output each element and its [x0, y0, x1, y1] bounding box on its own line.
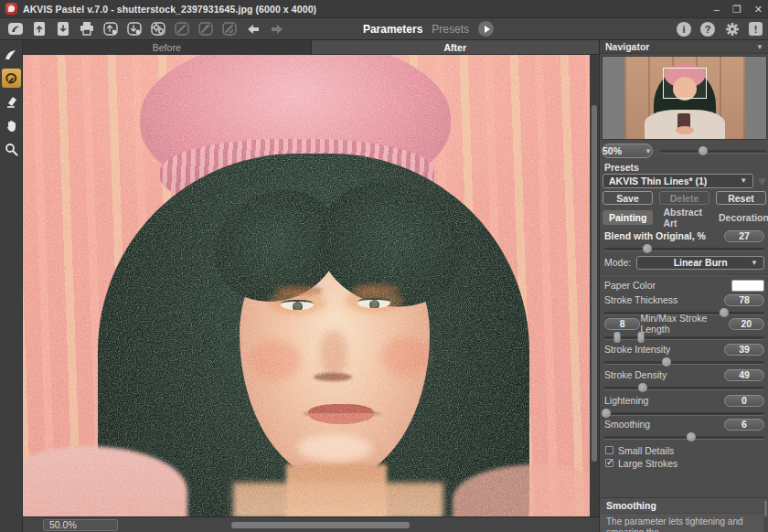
stroke-thickness-value[interactable]: 78	[724, 294, 764, 306]
chevron-down-icon: ▼	[751, 259, 758, 267]
zoom-slider-handle[interactable]	[699, 146, 708, 155]
lightening-value[interactable]: 0	[724, 395, 764, 407]
navigator-preview[interactable]	[602, 56, 767, 140]
presets-mode-link[interactable]: Presets	[432, 23, 469, 36]
zoom-readout: 50.0%	[43, 519, 118, 531]
maximize-button[interactable]: ❐	[732, 5, 741, 14]
hand-tool[interactable]	[2, 116, 21, 135]
navigator-view-rectangle[interactable]	[663, 68, 707, 99]
preset-row: AKVIS Thin Lines* (1) ▼ ♥	[603, 173, 766, 188]
minmax-slider-row	[604, 333, 764, 342]
akvis-logo-button[interactable]	[5, 20, 26, 37]
draw-strokes-button	[172, 20, 192, 37]
image-canvas[interactable]	[23, 55, 590, 516]
smoothing-row: Smoothing 6	[604, 418, 764, 431]
stroke-intensity-slider[interactable]	[604, 361, 764, 364]
run-processing-button[interactable]	[478, 21, 494, 37]
smudge-tool[interactable]	[2, 69, 21, 88]
eraser-icon	[5, 95, 18, 109]
thumb-hand	[676, 126, 694, 134]
save-image-button[interactable]	[53, 20, 73, 37]
exclamation-icon: !	[754, 24, 758, 35]
pastel-stroke-icon	[4, 48, 18, 61]
large-strokes-checkbox[interactable]	[605, 459, 613, 467]
min-stroke-value[interactable]: 8	[604, 318, 640, 330]
navigator-header[interactable]: Navigator ▼	[600, 40, 768, 54]
status-bar: 50.0%	[23, 516, 599, 532]
minmax-stroke-row: 8 Min/Max Stroke Length 20	[604, 317, 764, 330]
import-presets-button[interactable]	[101, 20, 121, 37]
favorite-heart-icon[interactable]: ♥	[758, 175, 766, 187]
portrait-blush	[250, 340, 301, 380]
batch-processing-button[interactable]	[148, 20, 168, 37]
vertical-scrollbar[interactable]	[590, 55, 599, 516]
parameter-tabs: Painting Abstract Art Decoration	[603, 210, 766, 225]
chevron-down-icon: ▼	[740, 176, 747, 185]
preset-dropdown[interactable]: AKVIS Thin Lines* (1) ▼	[603, 174, 753, 188]
stroke-density-label: Stroke Density	[604, 369, 667, 380]
portrait-nose	[320, 329, 347, 377]
stroke-density-slider[interactable]	[604, 387, 764, 389]
settings-panel: Navigator ▼ 50% ▼ Presets AKVIS Thin Lin…	[599, 40, 768, 532]
reset-button[interactable]: Reset	[716, 191, 766, 205]
navigator-zoom-slider[interactable]	[660, 150, 767, 153]
tab-decoration[interactable]: Decoration	[712, 210, 768, 225]
parameters-mode-link[interactable]: Parameters	[363, 23, 422, 36]
zoom-level-button[interactable]: 50% ▼	[602, 144, 653, 158]
minimize-button[interactable]: –	[714, 5, 720, 14]
zoom-tool[interactable]	[2, 140, 21, 159]
blend-slider[interactable]	[604, 248, 764, 250]
hint-scrollbar[interactable]	[763, 499, 768, 532]
eraser-tool[interactable]	[2, 92, 21, 112]
blend-row: Blend with Original, % 27	[604, 229, 764, 242]
save-preset-button[interactable]: Save	[603, 191, 653, 205]
blend-value[interactable]: 27	[724, 230, 764, 242]
stroke-intensity-label: Stroke Intensity	[604, 344, 670, 355]
stroke-intensity-handle[interactable]	[662, 357, 671, 367]
blend-mode-dropdown[interactable]: Linear Burn ▼	[636, 256, 764, 270]
hint-scroll-thumb[interactable]	[764, 500, 767, 516]
stroke-thickness-label: Stroke Thickness	[604, 294, 677, 305]
undo-button[interactable]	[243, 20, 263, 37]
mode-label: Mode:	[604, 257, 631, 268]
lightening-slider[interactable]	[604, 412, 764, 415]
max-stroke-handle[interactable]	[638, 332, 645, 343]
tab-after[interactable]: After	[311, 40, 600, 54]
portrait-iris	[293, 302, 303, 310]
report-problem-button[interactable]: !	[749, 22, 763, 36]
paper-color-swatch[interactable]	[731, 280, 764, 292]
chevron-down-icon[interactable]: ▼	[756, 43, 763, 51]
smudge-finger-icon	[5, 71, 18, 85]
small-details-row: Small Details	[605, 444, 765, 456]
smoothing-value[interactable]: 6	[724, 419, 764, 431]
max-stroke-value[interactable]: 20	[729, 318, 764, 330]
help-button[interactable]: ?	[700, 22, 715, 37]
minmax-stroke-label: Min/Max Stroke Length	[640, 313, 728, 335]
close-button[interactable]: ✕	[754, 5, 763, 14]
open-image-button[interactable]	[29, 20, 49, 37]
stroke-intensity-value[interactable]: 39	[724, 344, 764, 356]
view-tabs: Before After	[23, 40, 599, 55]
blend-mode-value: Linear Burn	[674, 257, 728, 268]
horizontal-scroll-thumb[interactable]	[231, 522, 410, 528]
lightening-handle[interactable]	[602, 409, 611, 418]
tab-before[interactable]: Before	[23, 40, 311, 54]
smoothing-handle[interactable]	[687, 432, 696, 442]
stroke-density-handle[interactable]	[638, 383, 647, 392]
preferences-button[interactable]	[724, 21, 740, 37]
stroke-density-value[interactable]: 49	[724, 369, 764, 381]
export-presets-button[interactable]	[124, 20, 144, 37]
small-details-checkbox[interactable]	[605, 446, 613, 454]
hint-text: The parameter lets tightening and smeari…	[600, 514, 768, 532]
blend-slider-handle[interactable]	[643, 244, 652, 253]
tab-abstract-art[interactable]: Abstract Art	[656, 205, 709, 230]
min-stroke-handle[interactable]	[614, 332, 621, 343]
smoothing-slider[interactable]	[604, 436, 764, 439]
portrait-iris	[369, 300, 379, 308]
quick-preview-tool[interactable]	[2, 45, 21, 64]
info-button[interactable]: i	[677, 22, 691, 37]
print-button[interactable]	[77, 20, 97, 37]
vertical-scroll-thumb[interactable]	[592, 105, 597, 462]
tab-painting[interactable]: Painting	[603, 210, 653, 225]
minmax-stroke-slider[interactable]	[604, 336, 764, 339]
